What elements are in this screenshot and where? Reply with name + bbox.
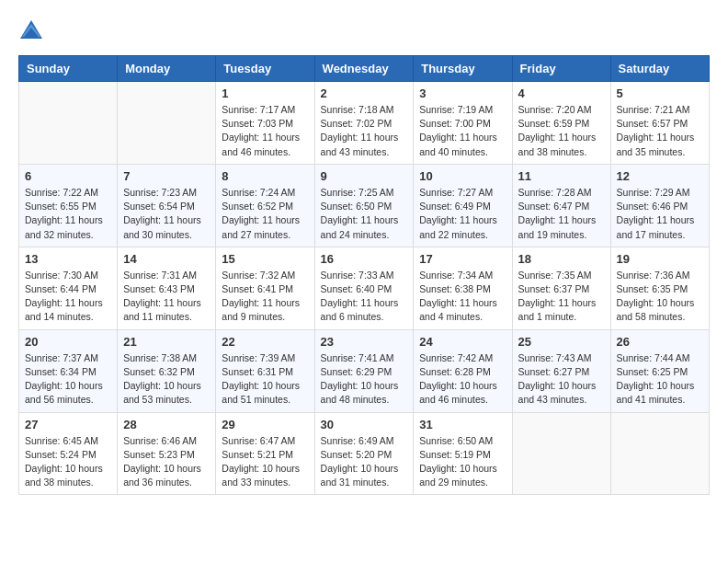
day-info: Sunrise: 7:41 AM Sunset: 6:29 PM Dayligh… [321, 351, 408, 408]
day-number: 9 [321, 169, 408, 183]
logo-icon [18, 18, 44, 40]
day-info: Sunrise: 7:34 AM Sunset: 6:38 PM Dayligh… [419, 269, 506, 325]
calendar-day-cell: 29Sunrise: 6:47 AM Sunset: 5:21 PM Dayli… [216, 412, 314, 495]
calendar-day-cell: 12Sunrise: 7:29 AM Sunset: 6:46 PM Dayli… [610, 164, 709, 247]
day-info: Sunrise: 7:21 AM Sunset: 6:57 PM Dayligh… [617, 103, 703, 159]
day-number: 24 [419, 335, 506, 349]
day-info: Sunrise: 7:37 AM Sunset: 6:34 PM Dayligh… [25, 351, 111, 408]
day-info: Sunrise: 7:33 AM Sunset: 6:40 PM Dayligh… [321, 269, 408, 325]
day-info: Sunrise: 7:39 AM Sunset: 6:31 PM Dayligh… [222, 351, 308, 408]
calendar-day-cell [512, 412, 610, 495]
day-number: 2 [321, 86, 408, 100]
day-number: 18 [518, 252, 605, 266]
day-number: 20 [25, 335, 111, 349]
day-info: Sunrise: 7:22 AM Sunset: 6:55 PM Dayligh… [25, 186, 111, 242]
calendar-day-cell: 10Sunrise: 7:27 AM Sunset: 6:49 PM Dayli… [414, 164, 512, 247]
day-info: Sunrise: 7:30 AM Sunset: 6:44 PM Dayligh… [25, 269, 111, 325]
day-number: 14 [123, 252, 210, 266]
calendar-day-cell: 11Sunrise: 7:28 AM Sunset: 6:47 PM Dayli… [512, 164, 610, 247]
calendar-day-cell: 5Sunrise: 7:21 AM Sunset: 6:57 PM Daylig… [610, 82, 709, 165]
day-number: 19 [617, 252, 703, 266]
day-number: 22 [222, 335, 308, 349]
calendar-day-cell: 2Sunrise: 7:18 AM Sunset: 7:02 PM Daylig… [314, 82, 414, 165]
calendar-day-cell: 30Sunrise: 6:49 AM Sunset: 5:20 PM Dayli… [314, 412, 414, 495]
calendar-day-cell: 24Sunrise: 7:42 AM Sunset: 6:28 PM Dayli… [414, 329, 512, 412]
day-number: 1 [222, 86, 308, 100]
day-info: Sunrise: 7:43 AM Sunset: 6:27 PM Dayligh… [518, 351, 605, 408]
day-info: Sunrise: 6:49 AM Sunset: 5:20 PM Dayligh… [321, 434, 408, 490]
calendar-header-row: SundayMondayTuesdayWednesdayThursdayFrid… [19, 56, 710, 82]
calendar-day-cell: 6Sunrise: 7:22 AM Sunset: 6:55 PM Daylig… [19, 164, 118, 247]
day-number: 5 [617, 86, 703, 100]
calendar-day-cell [118, 82, 216, 165]
day-number: 23 [321, 335, 408, 349]
day-number: 12 [617, 169, 703, 183]
calendar-day-cell: 14Sunrise: 7:31 AM Sunset: 6:43 PM Dayli… [118, 247, 216, 329]
day-info: Sunrise: 7:17 AM Sunset: 7:03 PM Dayligh… [222, 103, 308, 159]
day-of-week-header: Tuesday [216, 56, 314, 82]
day-info: Sunrise: 6:45 AM Sunset: 5:24 PM Dayligh… [25, 434, 111, 490]
day-info: Sunrise: 7:36 AM Sunset: 6:35 PM Dayligh… [617, 269, 703, 325]
day-number: 26 [617, 335, 703, 349]
calendar-day-cell: 23Sunrise: 7:41 AM Sunset: 6:29 PM Dayli… [314, 329, 414, 412]
calendar-table: SundayMondayTuesdayWednesdayThursdayFrid… [18, 55, 710, 495]
day-of-week-header: Saturday [610, 56, 709, 82]
calendar-day-cell: 1Sunrise: 7:17 AM Sunset: 7:03 PM Daylig… [216, 82, 314, 165]
day-info: Sunrise: 7:24 AM Sunset: 6:52 PM Dayligh… [222, 186, 308, 242]
day-number: 15 [222, 252, 308, 266]
day-info: Sunrise: 6:46 AM Sunset: 5:23 PM Dayligh… [123, 434, 210, 490]
calendar-day-cell: 31Sunrise: 6:50 AM Sunset: 5:19 PM Dayli… [414, 412, 512, 495]
day-info: Sunrise: 6:47 AM Sunset: 5:21 PM Dayligh… [222, 434, 308, 490]
day-number: 10 [419, 169, 506, 183]
day-number: 13 [25, 252, 111, 266]
page-header [18, 18, 710, 40]
day-of-week-header: Friday [512, 56, 610, 82]
day-number: 28 [123, 418, 210, 431]
calendar-week-row: 27Sunrise: 6:45 AM Sunset: 5:24 PM Dayli… [19, 412, 710, 495]
day-info: Sunrise: 7:35 AM Sunset: 6:37 PM Dayligh… [518, 269, 605, 325]
day-number: 17 [419, 252, 506, 266]
day-number: 6 [25, 169, 111, 183]
day-info: Sunrise: 7:27 AM Sunset: 6:49 PM Dayligh… [419, 186, 506, 242]
calendar-day-cell: 7Sunrise: 7:23 AM Sunset: 6:54 PM Daylig… [118, 164, 216, 247]
day-info: Sunrise: 6:50 AM Sunset: 5:19 PM Dayligh… [419, 434, 506, 490]
day-info: Sunrise: 7:31 AM Sunset: 6:43 PM Dayligh… [123, 269, 210, 325]
calendar-day-cell: 20Sunrise: 7:37 AM Sunset: 6:34 PM Dayli… [19, 329, 118, 412]
day-number: 4 [518, 86, 605, 100]
calendar-day-cell: 4Sunrise: 7:20 AM Sunset: 6:59 PM Daylig… [512, 82, 610, 165]
day-info: Sunrise: 7:42 AM Sunset: 6:28 PM Dayligh… [419, 351, 506, 408]
day-info: Sunrise: 7:38 AM Sunset: 6:32 PM Dayligh… [123, 351, 210, 408]
day-of-week-header: Sunday [19, 56, 118, 82]
day-info: Sunrise: 7:44 AM Sunset: 6:25 PM Dayligh… [617, 351, 703, 408]
day-number: 21 [123, 335, 210, 349]
day-number: 25 [518, 335, 605, 349]
calendar-day-cell: 15Sunrise: 7:32 AM Sunset: 6:41 PM Dayli… [216, 247, 314, 329]
calendar-day-cell: 21Sunrise: 7:38 AM Sunset: 6:32 PM Dayli… [118, 329, 216, 412]
day-info: Sunrise: 7:32 AM Sunset: 6:41 PM Dayligh… [222, 269, 308, 325]
calendar-week-row: 20Sunrise: 7:37 AM Sunset: 6:34 PM Dayli… [19, 329, 710, 412]
calendar-day-cell: 18Sunrise: 7:35 AM Sunset: 6:37 PM Dayli… [512, 247, 610, 329]
day-number: 11 [518, 169, 605, 183]
day-number: 8 [222, 169, 308, 183]
calendar-day-cell: 17Sunrise: 7:34 AM Sunset: 6:38 PM Dayli… [414, 247, 512, 329]
day-info: Sunrise: 7:19 AM Sunset: 7:00 PM Dayligh… [419, 103, 506, 159]
day-info: Sunrise: 7:23 AM Sunset: 6:54 PM Dayligh… [123, 186, 210, 242]
day-of-week-header: Wednesday [314, 56, 414, 82]
day-number: 3 [419, 86, 506, 100]
day-info: Sunrise: 7:25 AM Sunset: 6:50 PM Dayligh… [321, 186, 408, 242]
calendar-day-cell: 28Sunrise: 6:46 AM Sunset: 5:23 PM Dayli… [118, 412, 216, 495]
calendar-week-row: 6Sunrise: 7:22 AM Sunset: 6:55 PM Daylig… [19, 164, 710, 247]
calendar-day-cell: 16Sunrise: 7:33 AM Sunset: 6:40 PM Dayli… [314, 247, 414, 329]
calendar-day-cell: 19Sunrise: 7:36 AM Sunset: 6:35 PM Dayli… [610, 247, 709, 329]
calendar-day-cell: 3Sunrise: 7:19 AM Sunset: 7:00 PM Daylig… [414, 82, 512, 165]
day-number: 16 [321, 252, 408, 266]
day-number: 29 [222, 418, 308, 431]
calendar-day-cell [610, 412, 709, 495]
day-info: Sunrise: 7:18 AM Sunset: 7:02 PM Dayligh… [321, 103, 408, 159]
calendar-day-cell: 13Sunrise: 7:30 AM Sunset: 6:44 PM Dayli… [19, 247, 118, 329]
logo [18, 18, 48, 40]
calendar-week-row: 1Sunrise: 7:17 AM Sunset: 7:03 PM Daylig… [19, 82, 710, 165]
day-number: 30 [321, 418, 408, 431]
calendar-day-cell: 27Sunrise: 6:45 AM Sunset: 5:24 PM Dayli… [19, 412, 118, 495]
calendar-day-cell: 8Sunrise: 7:24 AM Sunset: 6:52 PM Daylig… [216, 164, 314, 247]
